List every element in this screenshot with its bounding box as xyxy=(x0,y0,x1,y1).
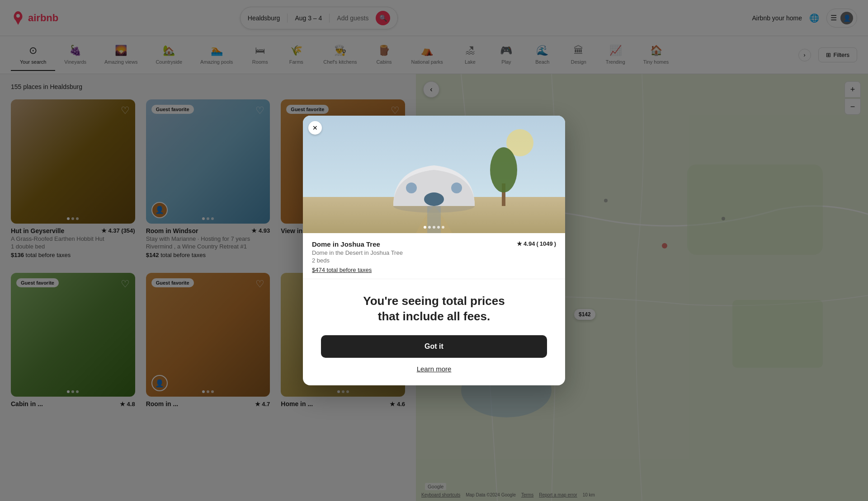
close-modal-button[interactable]: ✕ xyxy=(308,121,322,135)
dot-2 xyxy=(428,226,431,229)
svg-point-17 xyxy=(490,147,517,192)
dot-1 xyxy=(424,226,426,229)
modal-image-dots xyxy=(424,226,444,229)
modal-listing-title-row: Dome in Joshua Tree ★ 4.94 (1049) xyxy=(312,240,556,248)
modal-listing-name: Dome in Joshua Tree xyxy=(312,240,380,248)
got-it-button[interactable]: Got it xyxy=(321,335,547,358)
svg-point-15 xyxy=(451,183,462,193)
learn-more-button[interactable]: Learn more xyxy=(321,365,547,373)
dot-3 xyxy=(433,226,435,229)
modal-listing-beds: 2 beds xyxy=(312,257,556,264)
modal-title: You're seeing total prices that include … xyxy=(321,294,547,324)
modal-listing-info: Dome in Joshua Tree ★ 4.94 (1049) Dome i… xyxy=(303,233,565,279)
modal-image-fill xyxy=(303,116,565,233)
modal: ✕ Dome in Joshua Tree ★ 4.94 (1049) Dome… xyxy=(303,116,565,385)
modal-review-count: 1049 xyxy=(540,240,553,247)
svg-point-14 xyxy=(406,183,417,193)
modal-overlay[interactable]: ✕ Dome in Joshua Tree ★ 4.94 (1049) Dome… xyxy=(0,0,868,501)
svg-rect-18 xyxy=(427,206,441,233)
modal-heading-line2: that include all fees. xyxy=(378,309,491,323)
dot-4 xyxy=(437,226,440,229)
modal-rating-value: 4.94 xyxy=(524,240,535,247)
modal-content: You're seeing total prices that include … xyxy=(303,279,565,385)
dome-scene xyxy=(303,116,565,233)
svg-rect-13 xyxy=(424,192,444,206)
modal-heading-line1: You're seeing total prices xyxy=(363,294,505,308)
dot-5 xyxy=(442,226,444,229)
modal-listing-subtitle: Dome in the Desert in Joshua Tree xyxy=(312,249,556,256)
modal-listing-image: ✕ xyxy=(303,116,565,233)
modal-listing-rating: ★ 4.94 (1049) xyxy=(517,240,556,247)
modal-listing-price[interactable]: $474 total before taxes xyxy=(312,267,556,273)
